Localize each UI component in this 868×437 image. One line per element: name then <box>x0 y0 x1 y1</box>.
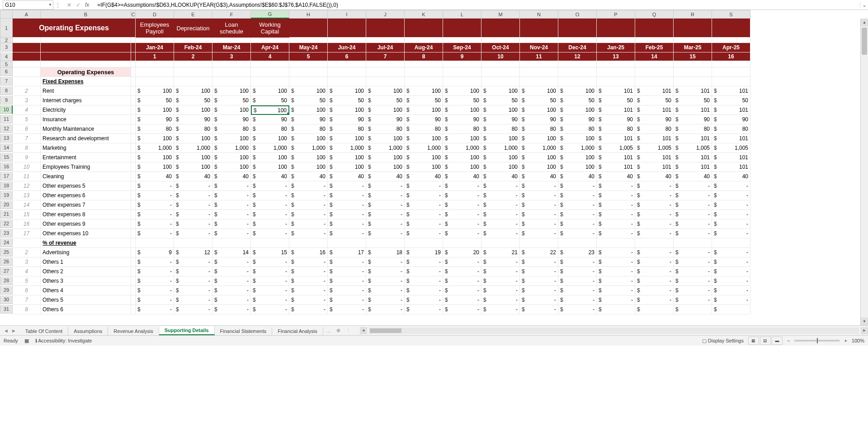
data-cell[interactable]: $- <box>328 181 366 191</box>
data-cell[interactable]: $100 <box>328 86 366 96</box>
data-cell[interactable]: $100 <box>366 134 405 143</box>
data-cell[interactable]: $- <box>558 295 597 305</box>
data-cell[interactable]: $- <box>251 229 289 238</box>
sheet-prev-icon[interactable]: ◄ <box>4 328 9 333</box>
data-cell[interactable]: $- <box>597 276 635 286</box>
cancel-icon[interactable]: ✕ <box>67 2 71 8</box>
data-cell[interactable]: $90 <box>597 115 635 124</box>
data-cell[interactable]: $100 <box>212 162 251 172</box>
data-cell[interactable]: $50 <box>558 96 597 105</box>
data-cell[interactable]: $90 <box>136 115 174 124</box>
data-cell[interactable]: $1,000 <box>520 143 558 153</box>
data-cell[interactable]: $- <box>174 305 212 314</box>
data-cell[interactable]: $100 <box>558 105 597 115</box>
data-cell[interactable]: $101 <box>674 153 712 162</box>
data-cell[interactable]: $101 <box>674 134 712 143</box>
data-cell[interactable]: $100 <box>481 162 520 172</box>
row-header-24[interactable]: 24 <box>0 238 13 247</box>
col-header-D[interactable]: D <box>136 10 174 19</box>
data-cell[interactable]: $- <box>481 295 520 305</box>
spreadsheet-grid[interactable]: ABCDEFGHIJKLMNOPQRS1Operating ExpensesEm… <box>0 10 868 314</box>
data-cell[interactable]: $- <box>366 305 405 314</box>
data-cell[interactable]: $- <box>481 200 520 210</box>
data-cell[interactable]: $18 <box>366 248 405 257</box>
data-cell[interactable]: $50 <box>251 96 289 105</box>
data-cell[interactable]: $- <box>405 305 443 314</box>
display-settings-button[interactable]: ▢ Display Settings <box>702 338 744 344</box>
data-cell[interactable]: $- <box>251 286 289 295</box>
data-cell[interactable]: $40 <box>674 172 712 181</box>
col-header-N[interactable]: N <box>520 10 558 19</box>
data-cell[interactable]: $101 <box>597 105 635 115</box>
data-cell[interactable]: $40 <box>635 172 674 181</box>
data-cell[interactable]: $- <box>136 200 174 210</box>
data-cell[interactable]: $- <box>443 295 481 305</box>
data-cell[interactable]: $- <box>328 219 366 229</box>
data-cell[interactable]: $ <box>597 305 635 314</box>
data-cell[interactable]: $80 <box>674 124 712 134</box>
data-cell[interactable]: $1,000 <box>481 143 520 153</box>
data-cell[interactable]: $- <box>520 181 558 191</box>
data-cell[interactable]: $- <box>712 295 750 305</box>
data-cell[interactable]: $80 <box>251 124 289 134</box>
data-cell[interactable]: $- <box>597 200 635 210</box>
data-cell[interactable]: $100 <box>558 153 597 162</box>
col-header-F[interactable]: F <box>212 10 251 19</box>
data-cell[interactable]: $- <box>328 295 366 305</box>
data-cell[interactable]: $- <box>635 257 674 267</box>
data-cell[interactable]: $- <box>328 191 366 200</box>
data-cell[interactable]: $- <box>481 257 520 267</box>
data-cell[interactable]: $- <box>328 257 366 267</box>
data-cell[interactable]: $- <box>443 276 481 286</box>
data-cell[interactable]: $80 <box>443 124 481 134</box>
data-cell[interactable]: $- <box>174 229 212 238</box>
data-cell[interactable]: $- <box>481 305 520 314</box>
data-cell[interactable]: $- <box>443 286 481 295</box>
data-cell[interactable]: $- <box>597 229 635 238</box>
data-cell[interactable]: $- <box>174 276 212 286</box>
row-header-25[interactable]: 25 <box>0 248 13 256</box>
data-cell[interactable]: $- <box>366 276 405 286</box>
data-cell[interactable]: $9 <box>136 248 174 257</box>
data-cell[interactable]: $90 <box>366 115 405 124</box>
data-cell[interactable]: $100 <box>136 134 174 143</box>
data-cell[interactable]: $- <box>174 200 212 210</box>
data-cell[interactable]: $23 <box>558 248 597 257</box>
data-cell[interactable]: $- <box>520 286 558 295</box>
data-cell[interactable]: $- <box>558 305 597 314</box>
data-cell[interactable]: $- <box>712 219 750 229</box>
data-cell[interactable]: $101 <box>597 134 635 143</box>
data-cell[interactable]: $101 <box>635 134 674 143</box>
data-cell[interactable]: $40 <box>136 172 174 181</box>
data-cell[interactable]: $90 <box>328 115 366 124</box>
row-header-3[interactable]: 3 <box>0 43 13 52</box>
data-cell[interactable]: $80 <box>520 124 558 134</box>
data-cell[interactable]: $90 <box>405 115 443 124</box>
data-cell[interactable]: $- <box>712 181 750 191</box>
data-cell[interactable]: $- <box>520 267 558 276</box>
data-cell[interactable]: $100 <box>289 86 328 96</box>
data-cell[interactable]: $- <box>635 248 674 257</box>
data-cell[interactable]: $80 <box>174 124 212 134</box>
data-cell[interactable]: $- <box>174 181 212 191</box>
data-cell[interactable]: $15 <box>251 248 289 257</box>
data-cell[interactable]: $- <box>136 181 174 191</box>
data-cell[interactable]: $- <box>174 267 212 276</box>
data-cell[interactable]: $- <box>328 229 366 238</box>
data-cell[interactable]: $1,005 <box>635 143 674 153</box>
data-cell[interactable]: $- <box>674 286 712 295</box>
data-cell[interactable]: $- <box>674 210 712 219</box>
data-cell[interactable]: $- <box>136 191 174 200</box>
data-cell[interactable]: $ <box>712 305 750 314</box>
data-cell[interactable]: $100 <box>366 153 405 162</box>
data-cell[interactable]: $100 <box>328 134 366 143</box>
data-cell[interactable]: $- <box>328 267 366 276</box>
data-cell[interactable]: $- <box>136 286 174 295</box>
data-cell[interactable]: $- <box>558 276 597 286</box>
data-cell[interactable]: $- <box>443 210 481 219</box>
data-cell[interactable]: $100 <box>520 134 558 143</box>
data-cell[interactable]: $- <box>366 229 405 238</box>
data-cell[interactable]: $100 <box>405 134 443 143</box>
data-cell[interactable]: $- <box>443 257 481 267</box>
data-cell[interactable]: $100 <box>136 86 174 96</box>
